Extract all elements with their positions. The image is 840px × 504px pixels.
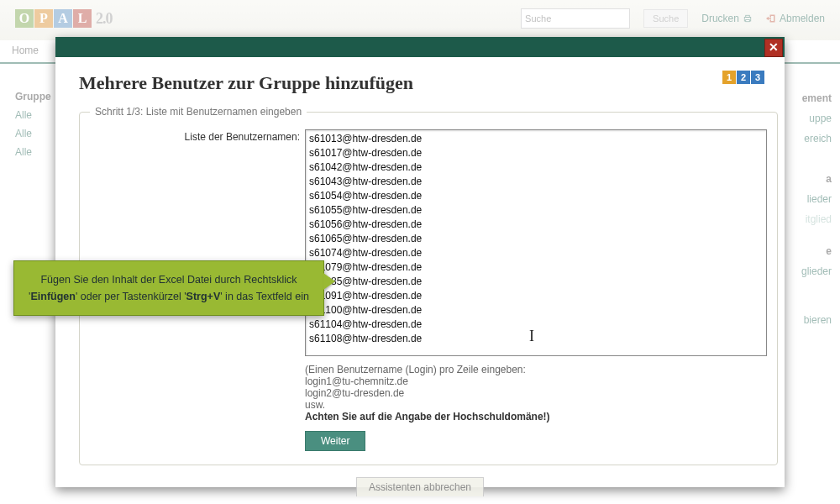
hint-etc: usw.	[305, 399, 767, 411]
paste-instruction-tooltip: Fügen Sie den Inhalt der Excel Datei dur…	[13, 260, 324, 316]
step-badge-1: 1	[722, 71, 736, 84]
callout-text: ' in das Textfeld ein	[220, 291, 309, 302]
hint-example: login2@tu-dresden.de	[305, 387, 767, 399]
continue-button[interactable]: Weiter	[305, 431, 365, 451]
callout-text: ' oder per Tastenkürzel '	[76, 291, 186, 302]
hint-strong: Achten Sie auf die Angabe der Hochschuld…	[305, 411, 767, 423]
close-icon: ✕	[769, 40, 779, 54]
callout-bold: Einfügen	[30, 291, 75, 302]
usernames-textarea[interactable]	[305, 129, 767, 356]
dialog-header: ✕	[55, 37, 785, 57]
hint-line: (Einen Benutzername (Login) pro Zeile ei…	[305, 364, 767, 375]
step-badge-2: 2	[737, 71, 750, 84]
callout-bold: Strg+V	[186, 291, 221, 302]
close-button[interactable]: ✕	[764, 39, 783, 57]
cancel-wizard-button[interactable]: Assistenten abbrechen	[356, 477, 484, 496]
callout-arrow-icon	[323, 273, 335, 290]
hint-example: login1@tu-chemnitz.de	[305, 375, 767, 387]
dialog-title: Mehrere Benutzer zur Gruppe hinzufügen	[79, 72, 761, 94]
step-legend: Schritt 1/3: Liste mit Benutzernamen ein…	[90, 106, 307, 118]
step-badge-3: 3	[751, 71, 764, 84]
input-hint: (Einen Benutzername (Login) pro Zeile ei…	[305, 364, 767, 423]
wizard-step-indicator: 1 2 3	[722, 71, 764, 84]
usernames-label: Liste der Benutzernamen:	[90, 129, 305, 143]
